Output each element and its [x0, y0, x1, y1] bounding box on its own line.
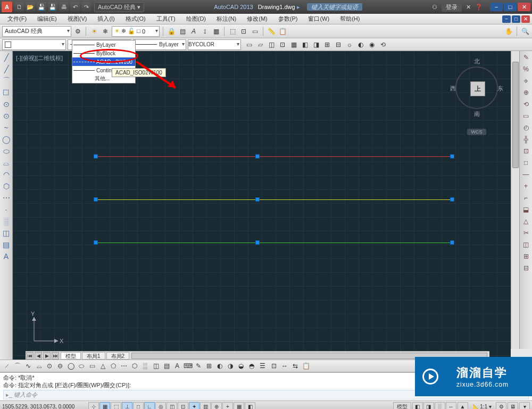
viewcube[interactable]: 北 西 东 上 南 WCS — [455, 57, 498, 121]
viewcube-south[interactable]: 南 — [455, 110, 498, 118]
viewcube-east[interactable]: 东 — [497, 85, 503, 93]
status-toggle-7[interactable]: ◫ — [167, 402, 177, 410]
search-box[interactable]: 键入关键字或短语 — [307, 3, 362, 11]
status-toggle-11[interactable]: ⊕ — [211, 402, 222, 410]
modify-tool-17[interactable]: ⊞ — [521, 251, 531, 262]
view-icon[interactable]: ▭ — [250, 27, 260, 36]
draw-tool-8[interactable]: ⬭ — [1, 146, 12, 156]
vp-poly-icon[interactable]: ▱ — [255, 40, 265, 49]
ws-gear-icon[interactable]: ⚙ — [73, 27, 82, 36]
close-button[interactable]: ✕ — [518, 3, 530, 11]
ann-visibility-icon[interactable]: ▲ — [458, 402, 468, 410]
modify-tool-9[interactable]: □ — [521, 157, 531, 168]
tab-next-icon[interactable]: ▶ — [43, 352, 51, 360]
draw-tool-11[interactable]: ⬡ — [1, 181, 12, 191]
viewcube-west[interactable]: 西 — [450, 85, 456, 93]
grip[interactable] — [450, 197, 454, 202]
status-toggle-10[interactable]: ▥ — [200, 402, 211, 410]
hdraw-tool-20[interactable]: ◐ — [215, 361, 225, 371]
mdi-restore[interactable]: □ — [512, 15, 520, 23]
modify-tool-13[interactable]: ⬓ — [521, 204, 531, 215]
vp-clip-icon[interactable]: ⊡ — [278, 40, 287, 49]
exchange-icon[interactable]: ✕ — [466, 4, 471, 11]
hdraw-extra-1[interactable]: ↔ — [280, 361, 289, 371]
tab-first-icon[interactable]: ⏮ — [26, 352, 34, 360]
draw-tool-15[interactable]: ◫ — [1, 228, 12, 238]
hdraw-tool-14[interactable]: ◫ — [151, 361, 161, 371]
open-icon[interactable]: 📂 — [26, 2, 35, 12]
menu-draw[interactable]: 绘图(D) — [181, 14, 211, 24]
vp-2-icon[interactable]: ◧ — [300, 40, 310, 49]
maximize-button[interactable]: □ — [504, 3, 517, 11]
hdraw-tool-0[interactable]: ⟋ — [2, 361, 12, 371]
save-icon[interactable]: 💾 — [37, 2, 46, 12]
draw-tool-7[interactable]: ◯ — [1, 134, 12, 145]
vp-scale-icon[interactable]: ▦ — [289, 40, 298, 49]
layer-state-icon[interactable]: ❄ — [101, 27, 110, 36]
drawing-canvas[interactable]: [-][俯视][二维线框] X Y 北 西 东 — [13, 51, 511, 360]
status-toggle-3[interactable]: ⊥ — [122, 402, 132, 410]
draw-tool-14[interactable]: ░ — [1, 216, 12, 227]
tab-model[interactable]: 模型 — [61, 352, 81, 360]
draw-tool-5[interactable]: ⊙ — [1, 111, 12, 121]
status-toggle-6[interactable]: ◎ — [155, 402, 166, 410]
hdraw-tool-8[interactable]: ▭ — [87, 361, 97, 371]
menu-file[interactable]: 文件(F) — [2, 14, 32, 24]
grip[interactable] — [450, 240, 454, 245]
viewcube-top[interactable]: 上 — [470, 81, 485, 96]
menu-format[interactable]: 格式(O) — [120, 14, 151, 24]
tab-layout2[interactable]: 布局2 — [106, 352, 130, 360]
menu-window[interactable]: 窗口(W) — [303, 14, 335, 24]
status-toggle-5[interactable]: ∟ — [144, 402, 155, 410]
draw-tool-1[interactable]: ╱ — [1, 64, 12, 74]
undo-icon[interactable]: ↶ — [70, 2, 80, 12]
status-toggle-9[interactable]: ✦ — [189, 402, 200, 410]
modify-tool-18[interactable]: ⊟ — [521, 263, 531, 273]
status-toggle-8[interactable]: ⊡ — [178, 402, 188, 410]
status-right-3[interactable]: ↔ — [446, 402, 456, 410]
modify-tool-10[interactable]: — — [521, 169, 531, 180]
hdraw-tool-22[interactable]: ◒ — [236, 361, 246, 371]
new-icon[interactable]: 🗋 — [14, 2, 24, 12]
linetype-option-bylayer[interactable]: ByLayer — [72, 40, 135, 49]
status-toggle-13[interactable]: ▦ — [234, 402, 244, 410]
hdraw-tool-4[interactable]: ⊙ — [45, 361, 54, 371]
draw-tool-3[interactable]: ☐ — [1, 87, 12, 98]
modify-tool-12[interactable]: ⌐ — [521, 193, 531, 203]
hdraw-tool-9[interactable]: △ — [98, 361, 107, 371]
menu-dimension[interactable]: 标注(N) — [211, 14, 242, 24]
hdraw-tool-6[interactable]: ◯ — [66, 361, 76, 371]
grip[interactable] — [94, 240, 98, 245]
vp-3-icon[interactable]: ◨ — [311, 40, 321, 49]
hdraw-tool-10[interactable]: ⬠ — [109, 361, 118, 371]
status-gear-icon[interactable]: ⚙ — [496, 402, 506, 410]
pan-icon[interactable]: ✋ — [504, 27, 513, 36]
hdraw-tool-15[interactable]: ▤ — [162, 361, 171, 371]
annotation-scale[interactable]: 📐 1:1 ▾ — [469, 404, 495, 409]
status-toggle-1[interactable]: ▦ — [99, 402, 110, 410]
draw-tool-10[interactable]: ◠ — [1, 169, 12, 180]
draw-tool-12[interactable]: ⋯ — [1, 193, 12, 203]
minimize-button[interactable]: − — [490, 3, 503, 11]
modify-tool-8[interactable]: ⊡ — [521, 146, 531, 156]
draw-tool-6[interactable]: ~ — [1, 122, 12, 133]
modify-tool-2[interactable]: ⎆ — [521, 76, 531, 86]
paste-icon[interactable]: 📋 — [278, 27, 287, 36]
grip[interactable] — [94, 154, 98, 158]
viewcube-north[interactable]: 北 — [455, 57, 498, 65]
print-icon[interactable]: 🖶 — [59, 2, 69, 12]
vp-4-icon[interactable]: ⊞ — [322, 40, 332, 49]
hdraw-tool-17[interactable]: ⌨ — [183, 361, 193, 371]
text-style-icon[interactable]: A — [189, 27, 198, 36]
hdraw-tool-3[interactable]: ⌓ — [34, 361, 44, 371]
status-right-0[interactable]: ◧ — [412, 402, 423, 410]
layer-props-icon[interactable]: ☀ — [89, 27, 99, 36]
menu-insert[interactable]: 插入(I) — [92, 14, 120, 24]
workspace-combo[interactable]: AutoCAD 经典 — [2, 26, 71, 37]
vp-single-icon[interactable]: ▭ — [244, 40, 254, 49]
vscrollbar[interactable] — [511, 51, 519, 349]
grip[interactable] — [450, 154, 454, 158]
modify-tool-4[interactable]: ⟲ — [521, 99, 531, 110]
modify-tool-14[interactable]: △ — [521, 216, 531, 227]
hdraw-extra-3[interactable]: 📋 — [301, 361, 311, 371]
